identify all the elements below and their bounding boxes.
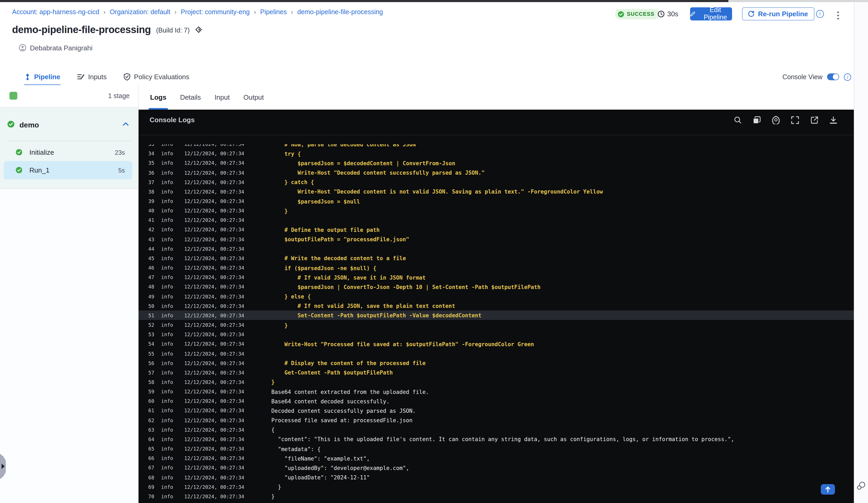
log-line-number: 50 (144, 303, 154, 309)
log-line-number: 53 (144, 332, 154, 337)
step-duration: 5s (118, 167, 125, 175)
console-tab-output[interactable]: Output (243, 85, 264, 109)
log-level: info (161, 360, 173, 366)
log-level: info (161, 160, 173, 166)
console-tabs: LogsDetailsInputOutput (149, 85, 265, 109)
log-level: info (161, 246, 173, 252)
rerun-info-icon[interactable]: i (816, 10, 824, 18)
log-list: 33info12/12/2024, 00:27:34 # Now, parse … (138, 144, 854, 501)
log-line: 65info12/12/2024, 00:27:34 "metadata": { (138, 444, 854, 453)
log-message: try { (271, 150, 301, 157)
tab-label: Pipeline (34, 73, 60, 81)
tab-inputs[interactable]: Inputs (76, 68, 107, 86)
step-name: Run_1 (29, 167, 50, 175)
rerun-pipeline-button[interactable]: Re-run Pipeline (742, 7, 814, 20)
search-icon[interactable] (733, 115, 742, 124)
tab-pipeline[interactable]: Pipeline (24, 68, 61, 86)
arrow-up-icon (825, 486, 831, 493)
tab-policy-evaluations[interactable]: Policy Evaluations (123, 68, 190, 86)
download-icon[interactable] (829, 115, 838, 124)
log-timestamp: 12/12/2024, 00:27:34 (184, 208, 245, 213)
log-message: $parsedJson | ConvertTo-Json -Depth 10 |… (271, 284, 540, 290)
log-timestamp: 12/12/2024, 00:27:34 (184, 144, 245, 147)
pencil-icon (690, 11, 695, 17)
log-message: "content": "This is the uploaded file's … (271, 436, 734, 442)
step-row-run_1[interactable]: Run_15s (3, 161, 132, 179)
policy-shield-icon (124, 73, 131, 81)
scroll-to-top-button[interactable] (821, 484, 835, 495)
console-tab-input[interactable]: Input (214, 85, 230, 109)
log-line-number: 62 (144, 417, 154, 423)
log-line-number: 37 (144, 179, 154, 185)
log-message: Set-Content -Path $outputFilePath -Value… (271, 312, 482, 319)
log-timestamp: 12/12/2024, 00:27:34 (184, 150, 245, 156)
log-line-number: 70 (144, 494, 154, 499)
log-level: info (161, 465, 173, 471)
log-line: 53info12/12/2024, 00:27:34 (138, 329, 854, 339)
log-message: } else { (271, 293, 311, 300)
log-line: 43info12/12/2024, 00:27:34 $outputFilePa… (138, 234, 854, 244)
log-line: 38info12/12/2024, 00:27:34 Write-Host "D… (138, 187, 854, 197)
log-line: 57info12/12/2024, 00:27:34 Get-Content -… (138, 368, 854, 377)
log-line: 68info12/12/2024, 00:27:34 "uploadDate":… (138, 473, 854, 482)
log-line: 63info12/12/2024, 00:27:34{ (138, 425, 854, 434)
log-line-number: 35 (144, 160, 154, 166)
log-level: info (161, 341, 173, 347)
console-view-toggle[interactable] (827, 73, 839, 81)
log-line-number: 60 (144, 398, 154, 404)
status-text: SUCCESS (627, 11, 654, 17)
chevron-up-icon[interactable] (123, 122, 128, 126)
log-line: 58info12/12/2024, 00:27:34} (138, 377, 854, 387)
author-row: Debabrata Panigrahi (19, 44, 93, 52)
stage-group-header[interactable]: demo (0, 107, 138, 140)
edit-pipeline-label: Edit Pipeline (699, 7, 732, 21)
fullscreen-icon[interactable] (790, 115, 799, 124)
log-line: 56info12/12/2024, 00:27:34 # Display the… (138, 358, 854, 368)
log-line: 59info12/12/2024, 00:27:34Base64 content… (138, 387, 854, 396)
step-success-icon (16, 167, 22, 174)
log-message: } (271, 322, 288, 328)
log-line: 70info12/12/2024, 00:27:34} (138, 492, 854, 501)
settings-icon[interactable] (772, 115, 781, 124)
log-message: # Now, parse the decoded content as JSON (271, 144, 416, 147)
log-timestamp: 12/12/2024, 00:27:34 (184, 303, 245, 309)
open-in-new-icon[interactable] (810, 115, 819, 124)
log-message: } (271, 208, 288, 214)
console-tab-logs[interactable]: Logs (149, 85, 167, 109)
console-view-label: Console View (783, 73, 822, 81)
log-line-number: 59 (144, 389, 154, 395)
log-line: 51info12/12/2024, 00:27:34 Set-Content -… (138, 311, 854, 320)
step-duration: 23s (115, 149, 125, 156)
more-options-menu-icon[interactable] (834, 11, 842, 21)
log-viewport[interactable]: 33info12/12/2024, 00:27:34 # Now, parse … (138, 144, 854, 503)
console-view-info-icon[interactable]: i (844, 73, 851, 81)
stage-name: demo (19, 120, 39, 129)
log-level: info (161, 313, 173, 318)
console-tab-details[interactable]: Details (179, 85, 202, 109)
support-chat-icon[interactable] (856, 482, 866, 490)
main-tabs: PipelineInputsPolicy Evaluations (24, 68, 190, 86)
copy-icon[interactable] (752, 115, 761, 124)
pipeline-icon (24, 73, 31, 81)
log-line: 64info12/12/2024, 00:27:34 "content": "T… (138, 434, 854, 444)
log-line-number: 41 (144, 217, 154, 223)
log-line: 48info12/12/2024, 00:27:34 $parsedJson |… (138, 282, 854, 292)
log-line: 69info12/12/2024, 00:27:34 } (138, 482, 854, 491)
log-line: 47info12/12/2024, 00:27:34 # If valid JS… (138, 272, 854, 282)
stage-sidebar: 1 stage demo Initialize23sRun_15s (0, 85, 138, 503)
log-timestamp: 12/12/2024, 00:27:34 (184, 494, 245, 499)
log-message: $outputFilePath = "processedFile.json" (271, 236, 409, 242)
log-level: info (161, 208, 173, 213)
inputs-icon (77, 73, 85, 80)
log-line-number: 67 (144, 465, 154, 471)
step-row-initialize[interactable]: Initialize23s (3, 143, 132, 161)
edit-pipeline-button[interactable]: Edit Pipeline (690, 7, 732, 20)
stage-success-icon (7, 120, 14, 128)
log-line-number: 38 (144, 189, 154, 195)
log-level: info (161, 446, 173, 452)
stage-summary: 1 stage (0, 85, 138, 107)
log-level: info (161, 179, 173, 185)
log-line: 34info12/12/2024, 00:27:34 try { (138, 149, 854, 158)
log-message: # Write the decoded content to a file (271, 255, 406, 261)
log-line-number: 69 (144, 484, 154, 490)
